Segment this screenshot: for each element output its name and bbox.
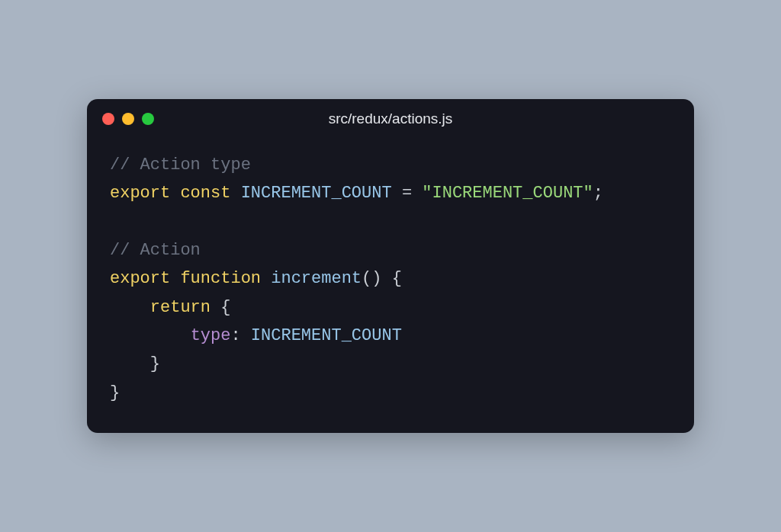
- window-titlebar: src/redux/actions.js: [87, 99, 694, 133]
- code-identifier: INCREMENT_COUNT: [251, 326, 402, 345]
- window-title: src/redux/actions.js: [329, 111, 453, 127]
- code-punct: (): [362, 269, 381, 288]
- code-punct: ;: [593, 184, 603, 203]
- code-punct: }: [110, 383, 120, 402]
- code-keyword: const: [180, 184, 230, 203]
- code-indent: [110, 354, 150, 373]
- code-function-name: increment: [271, 269, 362, 288]
- code-indent: [110, 326, 191, 345]
- code-keyword: function: [180, 269, 261, 288]
- code-operator: =: [392, 184, 423, 203]
- code-comment: // Action: [110, 241, 201, 260]
- traffic-lights: [102, 113, 154, 125]
- code-punct: :: [230, 326, 250, 345]
- code-keyword: export: [110, 269, 170, 288]
- code-identifier: INCREMENT_COUNT: [241, 184, 392, 203]
- code-punct: }: [150, 354, 160, 373]
- code-indent: [110, 298, 150, 317]
- close-icon[interactable]: [102, 113, 114, 125]
- code-punct: {: [381, 269, 401, 288]
- code-string: "INCREMENT_COUNT": [422, 184, 593, 203]
- code-area: // Action type export const INCREMENT_CO…: [87, 133, 694, 434]
- maximize-icon[interactable]: [142, 113, 154, 125]
- code-keyword: export: [110, 184, 170, 203]
- code-window: src/redux/actions.js // Action type expo…: [87, 99, 694, 434]
- code-comment: // Action type: [110, 155, 251, 175]
- code-punct: {: [211, 298, 230, 317]
- minimize-icon[interactable]: [122, 113, 134, 125]
- code-keyword: return: [150, 298, 211, 317]
- code-property: type: [191, 326, 231, 345]
